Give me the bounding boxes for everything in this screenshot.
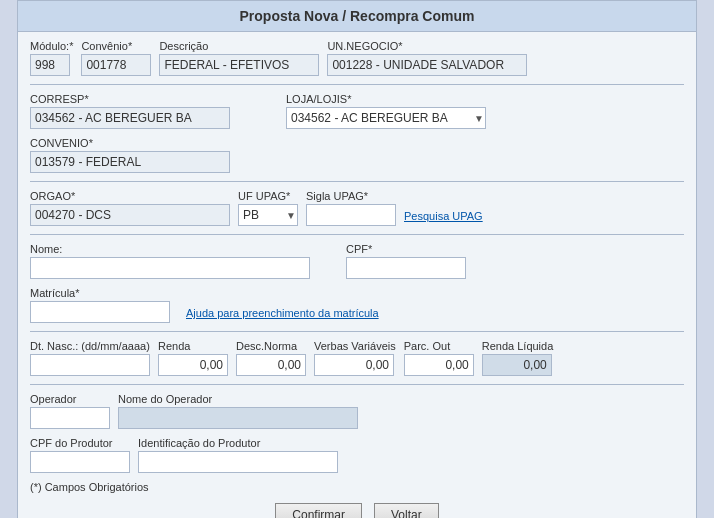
divider-3 (30, 234, 684, 235)
field-id-produtor: Identificação do Produtor (138, 437, 338, 473)
desc-norma-input[interactable] (236, 354, 306, 376)
operador-input[interactable] (30, 407, 110, 429)
row-orgao: ORGAO* UF UPAG* PB ▼ Sigla UPAG* Pesquis… (30, 190, 684, 226)
cpf-produtor-input[interactable] (30, 451, 130, 473)
corresp-label: CORRESP* (30, 93, 230, 105)
uf-upag-select-wrapper: PB ▼ (238, 204, 298, 226)
loja-lojis-select[interactable]: 034562 - AC BEREGUER BA (286, 107, 486, 129)
operador-label: Operador (30, 393, 110, 405)
row-produtor: CPF do Produtor Identificação do Produto… (30, 437, 684, 473)
field-orgao: ORGAO* (30, 190, 230, 226)
convenio2-input (30, 151, 230, 173)
row-renda: Dt. Nasc.: (dd/mm/aaaa) Renda Desc.Norma… (30, 340, 684, 376)
renda-input[interactable] (158, 354, 228, 376)
dt-nasc-label: Dt. Nasc.: (dd/mm/aaaa) (30, 340, 150, 352)
field-nome: Nome: (30, 243, 310, 279)
un-negocio-input (327, 54, 527, 76)
field-convenio2: CONVENIO* (30, 137, 230, 173)
nome-operador-label: Nome do Operador (118, 393, 358, 405)
id-produtor-input[interactable] (138, 451, 338, 473)
field-cpf-produtor: CPF do Produtor (30, 437, 130, 473)
field-uf-upag: UF UPAG* PB ▼ (238, 190, 298, 226)
desc-norma-label: Desc.Norma (236, 340, 306, 352)
form-body: Módulo:* Convênio* Descrição UN.NEGOCIO*… (18, 32, 696, 518)
convenio-input (81, 54, 151, 76)
field-sigla-upag: Sigla UPAG* (306, 190, 396, 226)
field-desc-norma: Desc.Norma (236, 340, 306, 376)
uf-upag-label: UF UPAG* (238, 190, 298, 202)
form-title: Proposta Nova / Recompra Comum (18, 1, 696, 32)
verbas-variaveis-input[interactable] (314, 354, 394, 376)
field-descricao: Descrição (159, 40, 319, 76)
modulo-input (30, 54, 70, 76)
field-convenio: Convênio* (81, 40, 151, 76)
cpf-input[interactable] (346, 257, 466, 279)
id-produtor-label: Identificação do Produtor (138, 437, 338, 449)
dt-nasc-input[interactable] (30, 354, 150, 376)
row-matricula: Matrícula* Ajuda para preenchimento da m… (30, 287, 684, 323)
loja-lojis-select-wrapper: 034562 - AC BEREGUER BA ▼ (286, 107, 486, 129)
uf-upag-select[interactable]: PB (238, 204, 298, 226)
divider-5 (30, 384, 684, 385)
sigla-upag-input[interactable] (306, 204, 396, 226)
cpf-label: CPF* (346, 243, 466, 255)
renda-liquida-label: Renda Líquida (482, 340, 554, 352)
renda-liquida-input (482, 354, 552, 376)
row-operador: Operador Nome do Operador (30, 393, 684, 429)
field-cpf: CPF* (346, 243, 466, 279)
field-nome-operador: Nome do Operador (118, 393, 358, 429)
confirmar-button[interactable]: Confirmar (275, 503, 362, 518)
form-container: Proposta Nova / Recompra Comum Módulo:* … (17, 0, 697, 518)
orgao-label: ORGAO* (30, 190, 230, 202)
convenio2-label: CONVENIO* (30, 137, 230, 149)
field-renda-liquida: Renda Líquida (482, 340, 554, 376)
row-corresp: CORRESP* LOJA/LOJIS* 034562 - AC BEREGUE… (30, 93, 684, 129)
row-convenio2: CONVENIO* (30, 137, 684, 173)
field-operador: Operador (30, 393, 110, 429)
sigla-upag-label: Sigla UPAG* (306, 190, 396, 202)
field-parc-out: Parc. Out (404, 340, 474, 376)
un-negocio-label: UN.NEGOCIO* (327, 40, 527, 52)
field-modulo: Módulo:* (30, 40, 73, 76)
divider-1 (30, 84, 684, 85)
row-modulo: Módulo:* Convênio* Descrição UN.NEGOCIO* (30, 40, 684, 76)
cpf-produtor-label: CPF do Produtor (30, 437, 130, 449)
voltar-button[interactable]: Voltar (374, 503, 439, 518)
parc-out-input[interactable] (404, 354, 474, 376)
field-dt-nasc: Dt. Nasc.: (dd/mm/aaaa) (30, 340, 150, 376)
nome-input[interactable] (30, 257, 310, 279)
field-loja-lojis: LOJA/LOJIS* 034562 - AC BEREGUER BA ▼ (286, 93, 486, 129)
pesquisa-upag-link[interactable]: Pesquisa UPAG (404, 210, 483, 222)
divider-2 (30, 181, 684, 182)
convenio-label: Convênio* (81, 40, 151, 52)
field-renda: Renda (158, 340, 228, 376)
field-un-negocio: UN.NEGOCIO* (327, 40, 527, 76)
renda-label: Renda (158, 340, 228, 352)
verbas-variaveis-label: Verbas Variáveis (314, 340, 396, 352)
corresp-input (30, 107, 230, 129)
row-nome: Nome: CPF* (30, 243, 684, 279)
nome-operador-input (118, 407, 358, 429)
loja-lojis-label: LOJA/LOJIS* (286, 93, 486, 105)
nome-label: Nome: (30, 243, 310, 255)
ajuda-matricula-link[interactable]: Ajuda para preenchimento da matrícula (186, 307, 379, 323)
modulo-label: Módulo:* (30, 40, 73, 52)
descricao-label: Descrição (159, 40, 319, 52)
descricao-input (159, 54, 319, 76)
buttons-row: Confirmar Voltar (30, 503, 684, 518)
required-note: (*) Campos Obrigatórios (30, 481, 684, 493)
field-verbas-variaveis: Verbas Variáveis (314, 340, 396, 376)
field-corresp: CORRESP* (30, 93, 230, 129)
divider-4 (30, 331, 684, 332)
field-matricula: Matrícula* (30, 287, 170, 323)
orgao-input (30, 204, 230, 226)
parc-out-label: Parc. Out (404, 340, 474, 352)
matricula-input[interactable] (30, 301, 170, 323)
matricula-label: Matrícula* (30, 287, 170, 299)
